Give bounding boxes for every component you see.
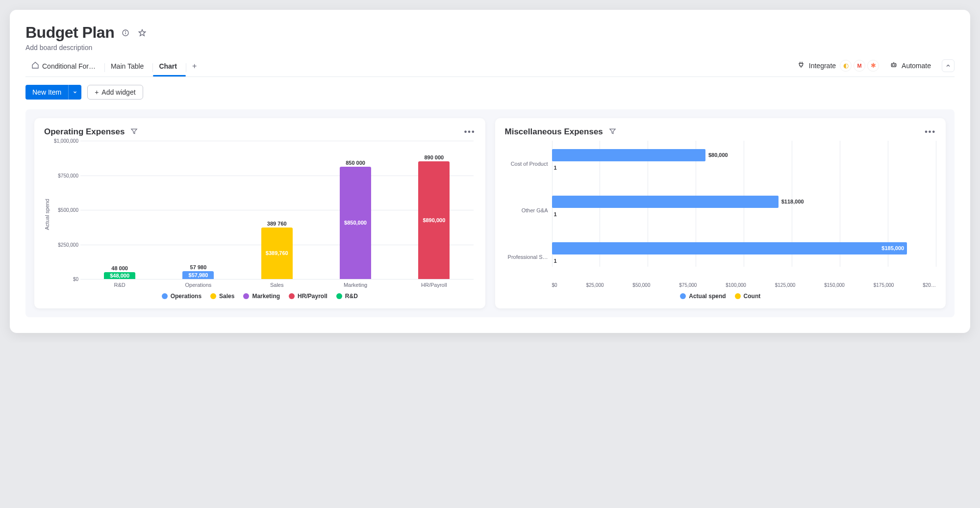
chart-x-tick: Marketing	[320, 282, 391, 288]
svg-point-2	[126, 31, 126, 32]
integration-icon-mailchimp[interactable]: ◐	[840, 60, 852, 72]
chart-bar[interactable]: $185,000	[552, 242, 907, 254]
legend-item[interactable]: R&D	[336, 293, 358, 300]
collapse-header-button[interactable]	[942, 59, 955, 72]
plus-icon: +	[95, 88, 99, 96]
widget-title[interactable]: Operating Expenses	[44, 127, 125, 137]
chart-row: Cost of Product$80,0001	[505, 141, 936, 187]
add-view-button[interactable]: +	[186, 59, 202, 76]
view-tabs-row: Conditional For… Main Table Chart + Inte…	[25, 58, 955, 77]
chart-bar-value-label: $389,760	[266, 250, 288, 256]
chart-bar-column: 850 000$850,000	[320, 160, 391, 279]
legend-label: Marketing	[252, 293, 280, 300]
chart-bar[interactable]: $890,000	[418, 161, 450, 279]
integration-icon-hubspot[interactable]: ✱	[867, 60, 879, 72]
legend-item[interactable]: Actual spend	[680, 293, 726, 300]
chart-bar-top-label: 389 760	[267, 221, 287, 227]
chart-count-label: 1	[554, 258, 557, 264]
chart-x-tick: $50,000	[632, 282, 650, 288]
chart-bar[interactable]: $48,000	[104, 272, 135, 279]
legend-item[interactable]: Count	[735, 293, 761, 300]
home-icon	[31, 61, 39, 71]
widget-more-menu[interactable]: •••	[464, 127, 476, 136]
chart-x-tick: $25,000	[586, 282, 603, 288]
tab-main-table[interactable]: Main Table	[105, 59, 152, 76]
svg-point-6	[894, 65, 895, 65]
legend-label: R&D	[345, 293, 358, 300]
new-item-button[interactable]: New Item	[25, 85, 68, 100]
chart-y-tick: Professional S…	[505, 254, 552, 260]
widget-more-menu[interactable]: •••	[925, 127, 936, 136]
chart-bar[interactable]: $57,980	[182, 271, 214, 279]
legend-item[interactable]: HR/Payroll	[289, 293, 327, 300]
filter-icon[interactable]	[609, 127, 616, 137]
legend-dot-icon	[735, 293, 741, 299]
chart-x-tick: $20…	[923, 282, 936, 288]
star-icon[interactable]	[137, 27, 148, 38]
chart-y-axis-label: Actual spend	[44, 141, 50, 288]
chart-x-tick: Sales	[242, 282, 312, 288]
legend-dot-icon	[243, 293, 249, 299]
svg-point-5	[892, 65, 893, 65]
chart-row: Other G&A$118,0001	[505, 187, 936, 234]
chart-bar[interactable]: $389,760	[261, 228, 293, 279]
chart-x-tick: R&D	[84, 282, 155, 288]
chart-bar-top-label: 890 000	[424, 154, 444, 160]
chart-y-tick: $1,000,000	[53, 138, 78, 144]
chart-bar-top-label: 850 000	[346, 160, 365, 166]
chart-y-tick: $750,000	[53, 173, 78, 178]
chart-bar[interactable]: $850,000	[340, 167, 371, 279]
chart-bar-column: 890 000$890,000	[399, 154, 469, 279]
legend-dot-icon	[162, 293, 168, 299]
chart-x-tick: $0	[552, 282, 557, 288]
chart-bar-value-label: $890,000	[423, 217, 445, 223]
chart-x-tick: $175,000	[874, 282, 894, 288]
board-title[interactable]: Budget Plan	[25, 24, 114, 42]
add-widget-label: Add widget	[101, 88, 135, 96]
tab-label: Conditional For…	[42, 62, 96, 70]
legend-item[interactable]: Sales	[210, 293, 234, 300]
chart-x-tick: $100,000	[726, 282, 746, 288]
new-item-dropdown[interactable]	[68, 85, 81, 100]
chart-x-tick: $125,000	[775, 282, 796, 288]
svg-marker-8	[131, 129, 137, 133]
chart-bar-value-label: $185,000	[881, 245, 904, 251]
chart-bar-column: 389 760$389,760	[242, 221, 312, 279]
info-icon[interactable]	[120, 27, 131, 38]
chart-x-tick: $150,000	[824, 282, 845, 288]
legend-label: Operations	[171, 293, 201, 300]
integration-icon-gmail[interactable]: M	[854, 60, 865, 72]
robot-icon	[890, 61, 898, 70]
tab-chart[interactable]: Chart	[153, 59, 186, 76]
tab-label: Main Table	[111, 62, 144, 70]
tab-conditional-formatting[interactable]: Conditional For…	[25, 58, 104, 76]
legend-dot-icon	[289, 293, 295, 299]
filter-icon[interactable]	[130, 127, 138, 137]
chart-bar-column: 57 980$57,980	[163, 264, 233, 279]
chart-bar-top-label: 57 980	[190, 264, 207, 270]
integrate-button[interactable]: Integrate ◐ M ✱	[797, 60, 879, 72]
chart-bar-value-label: $57,980	[189, 272, 208, 278]
automate-button[interactable]: Automate	[890, 61, 931, 70]
add-widget-button[interactable]: + Add widget	[87, 85, 143, 100]
widget-title[interactable]: Miscellaneous Expenses	[505, 127, 603, 137]
legend-item[interactable]: Operations	[162, 293, 201, 300]
board-description[interactable]: Add board description	[25, 44, 955, 51]
chart-y-tick: $0	[53, 277, 78, 282]
legend-label: Count	[744, 293, 761, 300]
chart-row: Professional S…$185,0001	[505, 234, 936, 280]
legend-label: HR/Payroll	[298, 293, 327, 300]
chart-gridline	[936, 141, 936, 267]
chart-y-tick: Other G&A	[505, 207, 552, 213]
legend-item[interactable]: Marketing	[243, 293, 280, 300]
chart-bar[interactable]: $80,000	[552, 149, 705, 161]
chart-bar-value-label: $850,000	[344, 220, 367, 226]
legend-dot-icon	[680, 293, 686, 299]
widget-miscellaneous-expenses: Miscellaneous Expenses ••• Cost of Produ…	[495, 118, 946, 308]
tab-label: Chart	[159, 62, 177, 70]
chart-bar-value-label: $80,000	[708, 152, 728, 158]
chart-bar[interactable]: $118,000	[552, 196, 779, 208]
chart-x-tick: HR/Payroll	[399, 282, 469, 288]
chart-count-label: 1	[554, 211, 557, 217]
svg-marker-9	[610, 129, 615, 133]
